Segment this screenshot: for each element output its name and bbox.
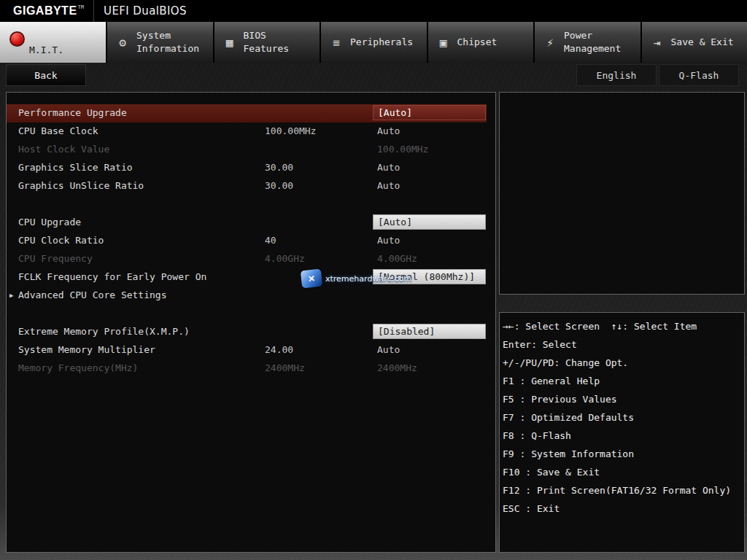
tab-bios-features[interactable]: ▦ BIOS Features (214, 22, 320, 63)
submenu-arrow-icon: ▶ (9, 292, 13, 299)
tab-label: BIOS Features (244, 29, 311, 55)
gear-icon: ⚙ (115, 36, 131, 50)
key-help-line: F7 : Optimized Defaults (503, 408, 744, 427)
power-icon: ⚡ (542, 36, 558, 50)
setting-value: 4.00GHz (377, 253, 417, 264)
setting-value[interactable]: Auto (377, 180, 400, 191)
item-help-panel (499, 92, 745, 295)
key-help-line: F10 : Save & Exit (503, 463, 744, 481)
setting-current: 4.00GHz (265, 253, 305, 264)
watermark-logo-icon: × (301, 269, 322, 289)
tab-label: Chipset (457, 36, 498, 49)
setting-value[interactable]: [Auto] (373, 105, 486, 120)
setting-label: Performance Upgrade (18, 107, 127, 118)
setting-row-cpu-base-clock[interactable]: CPU Base Clock 100.00MHz Auto (7, 122, 487, 141)
key-help-line: F5 : Previous Values (503, 390, 744, 408)
setting-label: Graphics Slice Ratio (18, 162, 133, 173)
setting-label: FCLK Frequency for Early Power On (18, 271, 206, 282)
setting-current: 40 (265, 235, 276, 246)
back-button[interactable]: Back (6, 64, 86, 86)
row-spacer (7, 195, 487, 214)
setting-label: Host Clock Value (18, 144, 109, 155)
setting-row-xmp[interactable]: Extreme Memory Profile(X.M.P.) [Disabled… (7, 323, 487, 341)
setting-row-performance-upgrade[interactable]: Performance Upgrade [Auto] (7, 104, 487, 122)
setting-row-memory-frequency: Memory Frequency(MHz) 2400MHz 2400MHz (7, 359, 487, 378)
setting-label: Advanced CPU Core Settings (18, 289, 167, 300)
setting-label: CPU Upgrade (18, 217, 81, 228)
page-title: UEFI DualBIOS (104, 4, 187, 18)
trademark-symbol: TM (78, 0, 84, 10)
setting-label: System Memory Multiplier (18, 344, 155, 355)
setting-value[interactable]: Auto (377, 162, 400, 173)
key-help-line: ESC : Exit (503, 499, 744, 518)
row-spacer (7, 305, 487, 323)
settings-list: Performance Upgrade [Auto] CPU Base Cloc… (7, 93, 495, 378)
tab-label: Peripherals (350, 36, 413, 49)
setting-value[interactable]: Auto (377, 344, 400, 355)
setting-row-fclk-frequency[interactable]: FCLK Frequency for Early Power On [Norma… (7, 268, 487, 287)
setting-row-graphics-slice-ratio[interactable]: Graphics Slice Ratio 30.00 Auto (7, 159, 487, 177)
tab-label: Save & Exit (671, 36, 734, 49)
top-bar: GIGABYTE TM UEFI DualBIOS (0, 0, 747, 22)
setting-row-cpu-frequency: CPU Frequency 4.00GHz 4.00GHz (7, 250, 487, 268)
setting-value[interactable]: [Disabled] (373, 324, 486, 339)
setting-value[interactable]: [Auto] (373, 214, 486, 230)
setting-current: 100.00MHz (265, 125, 316, 136)
setting-label: CPU Base Clock (18, 125, 98, 136)
bios-grid-icon: ▦ (222, 36, 238, 50)
key-help-line: F9 : System Information (503, 445, 744, 463)
mit-icon (9, 31, 25, 47)
settings-panel: Performance Upgrade [Auto] CPU Base Cloc… (6, 92, 496, 553)
setting-label: Graphics UnSlice Ratio (18, 180, 144, 191)
setting-label: CPU Frequency (18, 253, 93, 264)
key-help-line: →←: Select Screen ↑↓: Select Item (503, 317, 744, 335)
tab-peripherals[interactable]: ≡ Peripherals (321, 22, 427, 63)
setting-current: 2400MHz (265, 362, 305, 373)
watermark-text: xtremehardware.com (325, 274, 411, 284)
setting-value[interactable]: Auto (377, 235, 400, 246)
setting-label: Extreme Memory Profile(X.M.P.) (18, 326, 190, 337)
key-help-panel: →←: Select Screen ↑↓: Select Item Enter:… (499, 312, 745, 553)
watermark: × xtremehardware.com (301, 270, 411, 287)
setting-row-cpu-clock-ratio[interactable]: CPU Clock Ratio 40 Auto (7, 232, 487, 250)
save-exit-icon: ⇥ (649, 36, 665, 50)
header-divider (93, 0, 94, 22)
tab-save-exit[interactable]: ⇥ Save & Exit (642, 22, 747, 63)
chipset-icon: ▣ (436, 36, 452, 50)
peripherals-icon: ≡ (328, 36, 344, 50)
tab-power-management[interactable]: ⚡ Power Management (535, 22, 640, 63)
setting-value: 2400MHz (377, 362, 417, 373)
tab-system-information[interactable]: ⚙ System Information (107, 22, 213, 63)
language-button[interactable]: English (576, 64, 657, 86)
setting-current: 24.00 (265, 344, 293, 355)
setting-label: Memory Frequency(MHz) (18, 362, 138, 373)
key-help-line: Enter: Select (503, 335, 744, 354)
setting-current: 30.00 (265, 162, 293, 173)
setting-value: 100.00MHz (377, 144, 428, 155)
tab-label: System Information (136, 29, 204, 55)
setting-label: CPU Clock Ratio (18, 235, 104, 246)
key-help-line: F12 : Print Screen(FAT16/32 Format Only) (503, 481, 744, 499)
key-help-line: F1 : General Help (503, 372, 744, 390)
qflash-button[interactable]: Q-Flash (659, 64, 739, 86)
key-help-line: +/-/PU/PD: Change Opt. (503, 354, 744, 372)
tab-chipset[interactable]: ▣ Chipset (428, 22, 534, 63)
setting-row-system-memory-multiplier[interactable]: System Memory Multiplier 24.00 Auto (7, 341, 487, 359)
setting-row-cpu-upgrade[interactable]: CPU Upgrade [Auto] (7, 214, 487, 232)
tab-label: Power Management (564, 29, 631, 55)
tab-bar: M.I.T. ⚙ System Information ▦ BIOS Featu… (0, 22, 747, 63)
setting-value[interactable]: Auto (377, 125, 400, 136)
gigabyte-logo: GIGABYTE (13, 4, 77, 18)
key-help-line: F8 : Q-Flash (503, 427, 744, 445)
tab-label: M.I.T. (29, 44, 63, 55)
setting-current: 30.00 (265, 180, 293, 191)
tab-mit[interactable]: M.I.T. (0, 22, 106, 63)
setting-row-advanced-cpu-core-settings[interactable]: ▶ Advanced CPU Core Settings (7, 287, 487, 305)
bios-screen: GIGABYTE TM UEFI DualBIOS M.I.T. ⚙ Syste… (0, 0, 747, 560)
setting-row-host-clock-value: Host Clock Value 100.00MHz (7, 141, 487, 159)
setting-row-graphics-unslice-ratio[interactable]: Graphics UnSlice Ratio 30.00 Auto (7, 177, 487, 195)
